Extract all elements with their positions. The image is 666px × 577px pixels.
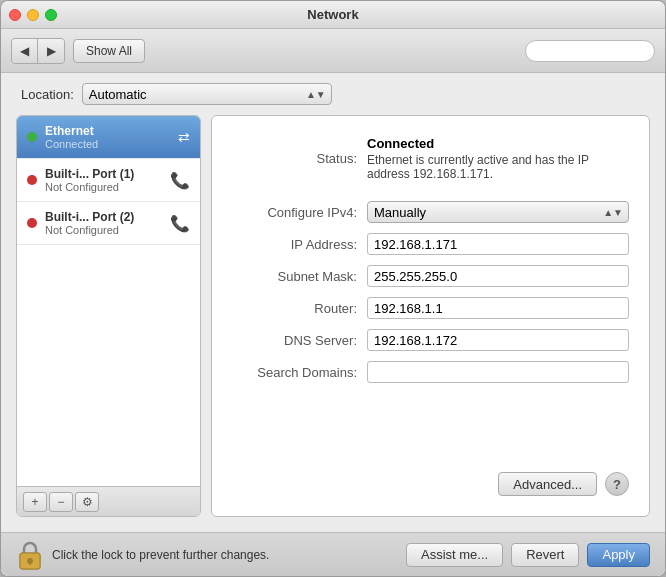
back-button[interactable]: ◀ [12,39,38,63]
network-list: Ethernet Connected ⇄ Built-i... Port (1)… [17,116,200,486]
ethernet-icon: ⇄ [178,129,190,145]
dns-server-row: DNS Server: 192.168.1.172 [232,329,629,351]
svg-rect-3 [29,561,31,565]
right-panel-footer: Advanced... ? [232,462,629,496]
configure-ipv4-row: Configure IPv4: Manually Using DHCP Usin… [232,201,629,223]
add-network-button[interactable]: + [23,492,47,512]
network-item-port2-status: Not Configured [45,224,162,236]
lock-text: Click the lock to prevent further change… [52,548,269,562]
network-item-ethernet[interactable]: Ethernet Connected ⇄ [17,116,200,159]
network-item-port2-info: Built-i... Port (2) Not Configured [45,210,162,236]
advanced-button[interactable]: Advanced... [498,472,597,496]
location-select-wrapper: Automatic Edit Locations... ▲▼ [82,83,332,105]
assist-button[interactable]: Assist me... [406,543,503,567]
status-dot-ethernet [27,132,37,142]
network-item-ethernet-name: Ethernet [45,124,170,138]
bottom-bar: Click the lock to prevent further change… [1,532,665,576]
ipv4-select-wrapper: Manually Using DHCP Using DHCP with manu… [367,201,629,223]
ethernet-arrows: ⇄ [178,129,190,145]
status-row: Status: Connected Ethernet is currently … [232,136,629,181]
phone-icon-1: 📞 [170,171,190,190]
forward-button[interactable]: ▶ [38,39,64,63]
status-dot-port2 [27,218,37,228]
network-item-port1-info: Built-i... Port (1) Not Configured [45,167,162,193]
network-item-port2-name: Built-i... Port (2) [45,210,162,224]
main-content: Ethernet Connected ⇄ Built-i... Port (1)… [1,115,665,532]
detail-panel: Status: Connected Ethernet is currently … [211,115,650,517]
configure-ipv4-select[interactable]: Manually Using DHCP Using DHCP with manu… [367,201,629,223]
window-title: Network [307,7,358,22]
router-input[interactable]: 192.168.1.1 [367,297,629,319]
network-item-port1[interactable]: Built-i... Port (1) Not Configured 📞 [17,159,200,202]
close-button[interactable] [9,9,21,21]
subnet-mask-row: Subnet Mask: 255.255.255.0 [232,265,629,287]
dns-server-label: DNS Server: [232,333,367,348]
apply-button[interactable]: Apply [587,543,650,567]
phone-icon-2: 📞 [170,214,190,233]
lock-icon-wrapper[interactable]: Click the lock to prevent further change… [16,539,269,571]
ip-address-row: IP Address: 192.168.1.171 [232,233,629,255]
location-label: Location: [21,87,74,102]
form-section: Status: Connected Ethernet is currently … [232,136,629,462]
search-domains-label: Search Domains: [232,365,367,380]
location-row: Location: Automatic Edit Locations... ▲▼ [1,73,665,115]
search-domains-row: Search Domains: [232,361,629,383]
search-domains-input[interactable] [367,361,629,383]
network-window: Network ◀ ▶ Show All 🔍 Location: Automat… [0,0,666,577]
show-all-button[interactable]: Show All [73,39,145,63]
status-description: Ethernet is currently active and has the… [367,153,589,181]
traffic-lights [9,9,57,21]
subnet-mask-input[interactable]: 255.255.255.0 [367,265,629,287]
network-item-ethernet-status: Connected [45,138,170,150]
router-row: Router: 192.168.1.1 [232,297,629,319]
network-item-ethernet-info: Ethernet Connected [45,124,170,150]
help-button[interactable]: ? [605,472,629,496]
search-input[interactable] [525,40,655,62]
nav-buttons: ◀ ▶ [11,38,65,64]
router-label: Router: [232,301,367,316]
minimize-button[interactable] [27,9,39,21]
network-item-port2[interactable]: Built-i... Port (2) Not Configured 📞 [17,202,200,245]
dns-server-input[interactable]: 192.168.1.172 [367,329,629,351]
action-network-button[interactable]: ⚙ [75,492,99,512]
status-label: Status: [232,151,367,166]
title-bar: Network [1,1,665,29]
lock-icon [16,539,44,571]
search-wrapper: 🔍 [525,40,655,62]
remove-network-button[interactable]: − [49,492,73,512]
status-block: Connected Ethernet is currently active a… [367,136,589,181]
configure-ipv4-label: Configure IPv4: [232,205,367,220]
revert-button[interactable]: Revert [511,543,579,567]
toolbar: ◀ ▶ Show All 🔍 [1,29,665,73]
ip-address-label: IP Address: [232,237,367,252]
left-panel-toolbar: + − ⚙ [17,486,200,516]
bottom-buttons: Assist me... Revert Apply [406,543,650,567]
network-item-port1-status: Not Configured [45,181,162,193]
subnet-mask-label: Subnet Mask: [232,269,367,284]
status-value: Connected [367,136,589,151]
location-select[interactable]: Automatic Edit Locations... [82,83,332,105]
network-list-panel: Ethernet Connected ⇄ Built-i... Port (1)… [16,115,201,517]
ip-address-input[interactable]: 192.168.1.171 [367,233,629,255]
network-item-port1-name: Built-i... Port (1) [45,167,162,181]
status-dot-port1 [27,175,37,185]
maximize-button[interactable] [45,9,57,21]
